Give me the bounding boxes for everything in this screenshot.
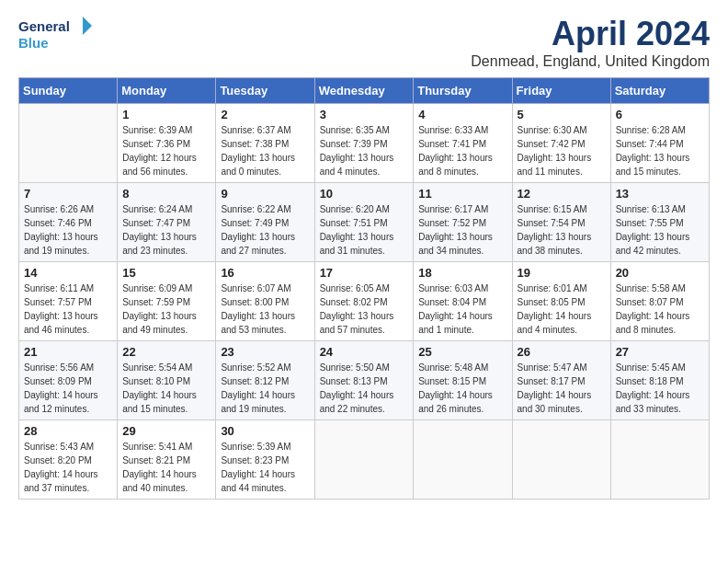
day-number: 21 bbox=[24, 345, 112, 359]
day-info: Sunrise: 5:47 AMSunset: 8:17 PMDaylight:… bbox=[518, 361, 606, 416]
day-number: 2 bbox=[221, 108, 309, 121]
calendar-cell: 30Sunrise: 5:39 AMSunset: 8:23 PMDayligh… bbox=[216, 420, 314, 500]
calendar-cell: 9Sunrise: 6:22 AMSunset: 7:49 PMDaylight… bbox=[216, 183, 314, 262]
calendar-cell: 29Sunrise: 5:41 AMSunset: 8:21 PMDayligh… bbox=[118, 420, 216, 500]
calendar-table: SundayMondayTuesdayWednesdayThursdayFrid… bbox=[18, 77, 710, 500]
day-number: 10 bbox=[320, 187, 409, 201]
day-info: Sunrise: 5:48 AMSunset: 8:15 PMDaylight:… bbox=[418, 361, 506, 416]
day-info: Sunrise: 6:37 AMSunset: 7:38 PMDaylight:… bbox=[221, 123, 309, 178]
day-info: Sunrise: 6:13 AMSunset: 7:55 PMDaylight:… bbox=[616, 202, 704, 258]
day-number: 5 bbox=[518, 108, 606, 121]
week-row-2: 7Sunrise: 6:26 AMSunset: 7:46 PMDaylight… bbox=[19, 183, 710, 262]
day-header-monday: Monday bbox=[118, 78, 216, 104]
day-info: Sunrise: 5:58 AMSunset: 8:07 PMDaylight:… bbox=[616, 282, 704, 337]
day-number: 23 bbox=[221, 345, 309, 359]
calendar-cell bbox=[512, 420, 610, 500]
day-number: 15 bbox=[122, 266, 210, 280]
day-number: 30 bbox=[221, 424, 309, 438]
calendar-cell: 1Sunrise: 6:39 AMSunset: 7:36 PMDaylight… bbox=[118, 104, 216, 183]
calendar-cell: 15Sunrise: 6:09 AMSunset: 7:59 PMDayligh… bbox=[118, 262, 216, 341]
day-number: 13 bbox=[616, 187, 704, 201]
day-number: 27 bbox=[616, 345, 704, 359]
day-info: Sunrise: 6:22 AMSunset: 7:49 PMDaylight:… bbox=[221, 202, 309, 258]
day-number: 3 bbox=[320, 108, 409, 121]
day-info: Sunrise: 6:30 AMSunset: 7:42 PMDaylight:… bbox=[518, 123, 606, 178]
calendar-cell: 24Sunrise: 5:50 AMSunset: 8:13 PMDayligh… bbox=[314, 341, 414, 420]
day-header-friday: Friday bbox=[512, 78, 610, 104]
week-row-4: 21Sunrise: 5:56 AMSunset: 8:09 PMDayligh… bbox=[19, 341, 710, 420]
svg-text:General: General bbox=[18, 18, 70, 34]
day-info: Sunrise: 6:01 AMSunset: 8:05 PMDaylight:… bbox=[518, 282, 606, 337]
calendar-cell bbox=[414, 420, 512, 500]
day-info: Sunrise: 5:56 AMSunset: 8:09 PMDaylight:… bbox=[24, 361, 112, 416]
day-info: Sunrise: 6:39 AMSunset: 7:36 PMDaylight:… bbox=[122, 123, 210, 178]
calendar-cell: 6Sunrise: 6:28 AMSunset: 7:44 PMDaylight… bbox=[610, 104, 709, 183]
week-row-3: 14Sunrise: 6:11 AMSunset: 7:57 PMDayligh… bbox=[19, 262, 710, 341]
day-info: Sunrise: 5:54 AMSunset: 8:10 PMDaylight:… bbox=[122, 361, 210, 416]
day-number: 26 bbox=[518, 345, 606, 359]
week-row-1: 1Sunrise: 6:39 AMSunset: 7:36 PMDaylight… bbox=[19, 104, 710, 183]
calendar-cell: 17Sunrise: 6:05 AMSunset: 8:02 PMDayligh… bbox=[314, 262, 414, 341]
day-info: Sunrise: 6:28 AMSunset: 7:44 PMDaylight:… bbox=[616, 123, 704, 178]
day-number: 11 bbox=[418, 187, 506, 201]
day-info: Sunrise: 5:50 AMSunset: 8:13 PMDaylight:… bbox=[320, 361, 409, 416]
calendar-cell: 11Sunrise: 6:17 AMSunset: 7:52 PMDayligh… bbox=[414, 183, 512, 262]
day-number: 29 bbox=[122, 424, 210, 438]
calendar-cell: 16Sunrise: 6:07 AMSunset: 8:00 PMDayligh… bbox=[216, 262, 314, 341]
calendar-cell: 3Sunrise: 6:35 AMSunset: 7:39 PMDaylight… bbox=[314, 104, 414, 183]
day-info: Sunrise: 6:11 AMSunset: 7:57 PMDaylight:… bbox=[24, 282, 112, 337]
day-info: Sunrise: 6:33 AMSunset: 7:41 PMDaylight:… bbox=[418, 123, 506, 178]
svg-text:Blue: Blue bbox=[18, 35, 49, 51]
title-area: April 2024 Denmead, England, United King… bbox=[471, 15, 710, 70]
calendar-cell: 12Sunrise: 6:15 AMSunset: 7:54 PMDayligh… bbox=[512, 183, 610, 262]
logo: General Blue bbox=[18, 15, 92, 55]
day-info: Sunrise: 6:09 AMSunset: 7:59 PMDaylight:… bbox=[122, 282, 210, 337]
day-number: 24 bbox=[320, 345, 409, 359]
day-number: 7 bbox=[24, 187, 112, 201]
week-row-5: 28Sunrise: 5:43 AMSunset: 8:20 PMDayligh… bbox=[19, 420, 710, 500]
day-number: 16 bbox=[221, 266, 309, 280]
calendar-cell: 10Sunrise: 6:20 AMSunset: 7:51 PMDayligh… bbox=[314, 183, 414, 262]
day-number: 1 bbox=[122, 108, 210, 121]
calendar-cell: 4Sunrise: 6:33 AMSunset: 7:41 PMDaylight… bbox=[414, 104, 512, 183]
day-info: Sunrise: 5:43 AMSunset: 8:20 PMDaylight:… bbox=[24, 440, 112, 495]
day-number: 17 bbox=[320, 266, 409, 280]
day-info: Sunrise: 6:05 AMSunset: 8:02 PMDaylight:… bbox=[320, 282, 409, 337]
calendar-cell: 20Sunrise: 5:58 AMSunset: 8:07 PMDayligh… bbox=[610, 262, 709, 341]
day-number: 19 bbox=[518, 266, 606, 280]
calendar-cell bbox=[314, 420, 414, 500]
calendar-cell: 18Sunrise: 6:03 AMSunset: 8:04 PMDayligh… bbox=[414, 262, 512, 341]
calendar-cell: 5Sunrise: 6:30 AMSunset: 7:42 PMDaylight… bbox=[512, 104, 610, 183]
calendar-cell bbox=[19, 104, 118, 183]
day-header-sunday: Sunday bbox=[19, 78, 118, 104]
day-info: Sunrise: 6:35 AMSunset: 7:39 PMDaylight:… bbox=[320, 123, 409, 178]
day-info: Sunrise: 5:39 AMSunset: 8:23 PMDaylight:… bbox=[221, 440, 309, 495]
month-title: April 2024 bbox=[471, 15, 710, 53]
day-info: Sunrise: 6:24 AMSunset: 7:47 PMDaylight:… bbox=[122, 202, 210, 258]
calendar-cell: 14Sunrise: 6:11 AMSunset: 7:57 PMDayligh… bbox=[19, 262, 118, 341]
calendar-cell: 19Sunrise: 6:01 AMSunset: 8:05 PMDayligh… bbox=[512, 262, 610, 341]
calendar-cell: 22Sunrise: 5:54 AMSunset: 8:10 PMDayligh… bbox=[118, 341, 216, 420]
calendar-cell: 8Sunrise: 6:24 AMSunset: 7:47 PMDaylight… bbox=[118, 183, 216, 262]
day-info: Sunrise: 6:20 AMSunset: 7:51 PMDaylight:… bbox=[320, 202, 409, 258]
day-info: Sunrise: 5:45 AMSunset: 8:18 PMDaylight:… bbox=[616, 361, 704, 416]
svg-marker-1 bbox=[83, 17, 92, 35]
day-info: Sunrise: 5:52 AMSunset: 8:12 PMDaylight:… bbox=[221, 361, 309, 416]
day-number: 28 bbox=[24, 424, 112, 438]
calendar-cell: 25Sunrise: 5:48 AMSunset: 8:15 PMDayligh… bbox=[414, 341, 512, 420]
calendar-cell: 21Sunrise: 5:56 AMSunset: 8:09 PMDayligh… bbox=[19, 341, 118, 420]
calendar-cell bbox=[610, 420, 709, 500]
calendar-cell: 13Sunrise: 6:13 AMSunset: 7:55 PMDayligh… bbox=[610, 183, 709, 262]
day-number: 20 bbox=[616, 266, 704, 280]
day-header-tuesday: Tuesday bbox=[216, 78, 314, 104]
day-info: Sunrise: 6:17 AMSunset: 7:52 PMDaylight:… bbox=[418, 202, 506, 258]
day-info: Sunrise: 6:15 AMSunset: 7:54 PMDaylight:… bbox=[518, 202, 606, 258]
day-info: Sunrise: 6:07 AMSunset: 8:00 PMDaylight:… bbox=[221, 282, 309, 337]
location-title: Denmead, England, United Kingdom bbox=[471, 53, 710, 70]
day-info: Sunrise: 5:41 AMSunset: 8:21 PMDaylight:… bbox=[122, 440, 210, 495]
calendar-cell: 27Sunrise: 5:45 AMSunset: 8:18 PMDayligh… bbox=[610, 341, 709, 420]
calendar-cell: 7Sunrise: 6:26 AMSunset: 7:46 PMDaylight… bbox=[19, 183, 118, 262]
calendar-cell: 28Sunrise: 5:43 AMSunset: 8:20 PMDayligh… bbox=[19, 420, 118, 500]
day-header-thursday: Thursday bbox=[414, 78, 512, 104]
day-header-wednesday: Wednesday bbox=[314, 78, 414, 104]
